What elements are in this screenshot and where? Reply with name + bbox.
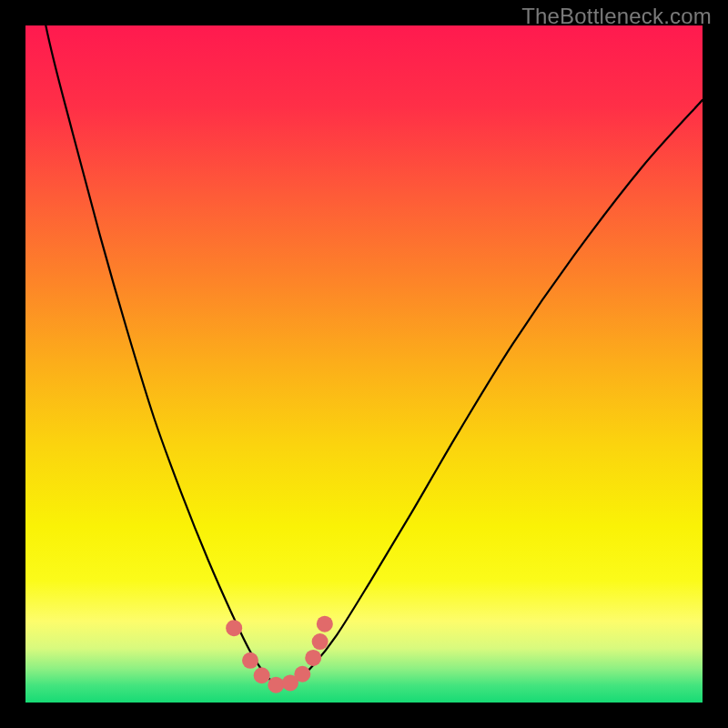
gradient-background <box>25 25 703 703</box>
chart-frame: TheBottleneck.com <box>0 0 728 728</box>
marker-point <box>312 633 329 650</box>
marker-point <box>226 620 242 636</box>
marker-point <box>317 616 333 632</box>
plot-area <box>25 25 703 703</box>
watermark-text: TheBottleneck.com <box>521 4 712 29</box>
marker-point <box>254 667 270 683</box>
marker-point <box>268 677 284 693</box>
marker-point <box>242 652 258 669</box>
chart-svg <box>25 25 703 703</box>
marker-point <box>294 666 310 682</box>
marker-point <box>305 650 321 666</box>
